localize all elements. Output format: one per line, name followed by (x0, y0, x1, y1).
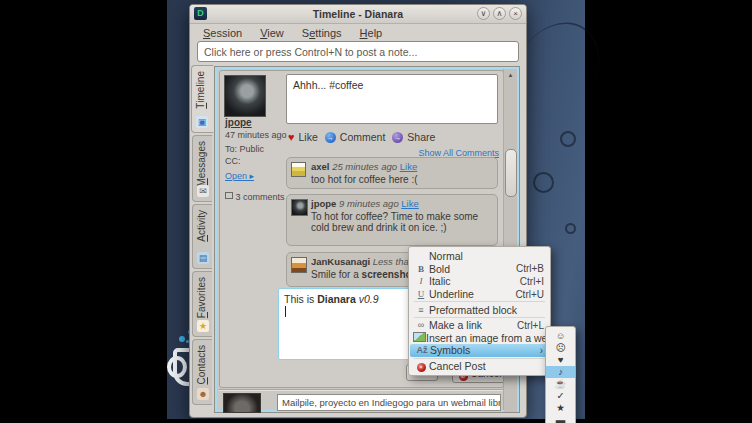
comment-text: To hot for coffee? Time to make some col… (311, 211, 491, 233)
menu-item-italic[interactable]: I Italic Ctrl+I (409, 275, 550, 288)
symbols-icon: Až (414, 345, 430, 355)
like-button[interactable]: Like (299, 131, 318, 143)
menu-item-normal[interactable]: Normal (409, 250, 550, 263)
share-button[interactable]: Share (407, 131, 435, 143)
minimize-button[interactable]: ∨ (477, 7, 490, 20)
tab-activity[interactable]: Activity ▤ (192, 204, 212, 269)
menu-view[interactable]: View (251, 26, 293, 40)
menu-item-symbols[interactable]: Až Symbols › (410, 344, 549, 357)
share-icon: → (392, 132, 403, 143)
symbol-heart[interactable]: ♥ (546, 354, 575, 366)
menu-item-bold[interactable]: B Bold Ctrl+B (409, 263, 550, 276)
link-icon: ∞ (413, 320, 429, 330)
wallpaper-circle-decoration (533, 172, 554, 193)
comment-button[interactable]: Comment (340, 131, 386, 143)
menu-separator (414, 301, 545, 302)
comment-timestamp: 25 minutes ago (332, 161, 397, 172)
wallpaper-circle-decoration (560, 131, 576, 147)
menu-separator (414, 317, 545, 318)
tab-messages[interactable]: Messages ✉ (192, 135, 212, 202)
menu-settings[interactable]: Settings (293, 26, 351, 40)
menu-help[interactable]: Help (351, 26, 392, 40)
comments-icon (225, 192, 233, 199)
heart-icon: ♥ (288, 131, 295, 143)
tab-favorites[interactable]: Favorites ★ (192, 271, 212, 337)
titlebar[interactable]: D Timeline - Dianara ∨ ∧ × (190, 5, 526, 24)
avatar[interactable] (223, 393, 261, 413)
messages-icon: ✉ (197, 185, 209, 197)
timeline-icon: ▣ (196, 116, 208, 128)
post-author-link[interactable]: jpope (225, 117, 252, 128)
close-button[interactable]: × (509, 7, 522, 20)
scrollbar-thumb[interactable] (505, 149, 517, 197)
menu-item-underline[interactable]: U Underline Ctrl+U (409, 288, 550, 301)
next-post-content: Mailpile, proyecto en Indiegogo para un … (277, 394, 501, 411)
comment-item: jpope 9 minutes ago Like To hot for coff… (286, 194, 498, 246)
symbol-smiley[interactable]: ☺ (546, 330, 575, 342)
symbol-bar[interactable]: ▬ (546, 414, 575, 423)
post-actions: ♥ Like → Comment → Share (288, 131, 435, 143)
format-context-menu: Normal B Bold Ctrl+B I Italic Ctrl+I U U… (408, 246, 551, 376)
post-cc-field: CC: (225, 156, 241, 166)
avatar[interactable] (291, 162, 306, 177)
menu-item-preformatted-block[interactable]: ≡ Preformatted block (409, 303, 550, 316)
post-timestamp: 47 minutes ago (225, 130, 287, 140)
app-icon: D (194, 7, 207, 20)
activity-icon: ▤ (197, 252, 209, 264)
symbol-star[interactable]: ★ (546, 402, 575, 414)
symbols-submenu: ☺ ☹ ♥ ♪ ☕ ✓ ★ ▬ (545, 326, 576, 423)
like-comment-link[interactable]: Like (400, 161, 417, 172)
underline-icon: U (413, 289, 429, 299)
italic-icon: I (413, 276, 429, 286)
window-buttons: ∨ ∧ × (477, 7, 522, 20)
post-to-field: To: Public (225, 144, 264, 154)
menu-item-cancel-post[interactable]: × Cancel Post (409, 360, 550, 373)
cup-steam-dot (179, 336, 185, 342)
comment-item: axel 25 minutes ago Like too hot for cof… (286, 157, 498, 189)
symbol-note[interactable]: ♪ (546, 366, 575, 378)
menu-item-insert-image[interactable]: Insert an image from a web site (409, 332, 550, 345)
open-post-link[interactable]: Open ▸ (225, 171, 254, 181)
post-note-input[interactable] (197, 41, 519, 62)
comment-text: too hot for coffee here :( (311, 174, 491, 185)
post-content: Ahhh... #coffee (286, 74, 498, 124)
cancel-post-icon: × (417, 363, 426, 372)
symbol-check[interactable]: ✓ (546, 390, 575, 402)
text-cursor (285, 306, 286, 317)
comment-icon: → (325, 132, 336, 143)
like-comment-link[interactable]: Like (401, 198, 418, 209)
avatar[interactable] (224, 75, 266, 117)
comment-author[interactable]: axel (311, 161, 330, 172)
comment-timestamp: 9 minutes ago (339, 198, 399, 209)
menubar: Session View Settings Help (190, 24, 526, 41)
favorites-icon: ★ (197, 320, 209, 332)
menu-separator (414, 358, 545, 359)
screenshot-stage: D Timeline - Dianara ∨ ∧ × Session View … (0, 0, 752, 423)
preformatted-icon: ≡ (413, 305, 429, 315)
maximize-button[interactable]: ∧ (493, 7, 506, 20)
comment-author[interactable]: jpope (311, 198, 336, 209)
comment-author[interactable]: JanKusanagi (311, 256, 370, 267)
comments-count: 3 comments (225, 192, 285, 202)
bold-icon: B (413, 264, 429, 274)
tab-timeline[interactable]: Timeline ▣ (191, 65, 214, 133)
window-title: Timeline - Dianara (190, 5, 526, 23)
symbol-frown[interactable]: ☹ (546, 342, 575, 354)
scroll-up-arrow[interactable]: ▲ (504, 70, 517, 81)
menu-session[interactable]: Session (194, 26, 251, 40)
submenu-arrow-icon: › (540, 345, 543, 356)
avatar[interactable] (291, 257, 307, 273)
image-icon (413, 332, 426, 342)
menu-item-make-a-link[interactable]: ∞ Make a link Ctrl+L (409, 319, 550, 332)
symbol-coffee[interactable]: ☕ (546, 378, 575, 390)
avatar[interactable] (291, 199, 308, 216)
wallpaper-circle-decoration (565, 223, 576, 234)
post-separator (219, 389, 503, 391)
tab-contacts[interactable]: Contacts ☻ (192, 339, 212, 405)
contacts-icon: ☻ (197, 388, 209, 400)
